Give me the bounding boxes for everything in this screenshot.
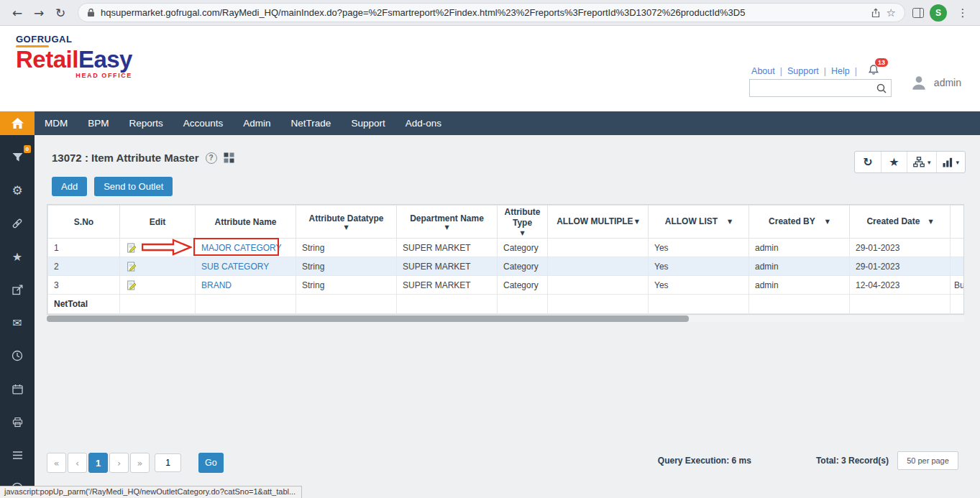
title-help-icon[interactable] xyxy=(206,152,217,164)
net-total-row: NetTotal xyxy=(48,295,965,314)
add-button[interactable]: Add xyxy=(52,177,87,196)
brand-tagline: HEAD OFFICE xyxy=(16,72,132,79)
share-export-icon[interactable] xyxy=(11,283,24,296)
share-icon[interactable] xyxy=(871,8,881,18)
nav-item-nettrade[interactable]: NetTrade xyxy=(281,111,342,135)
header-links: About Support Help 13 xyxy=(751,64,879,78)
sort-icon: ▼ xyxy=(635,219,639,225)
favorite-button[interactable]: ★ xyxy=(881,152,907,172)
query-execution-label: Query Execution: 6 ms xyxy=(658,456,751,466)
col-header-attribute-name[interactable]: Attribute Name xyxy=(196,206,296,239)
edit-icon[interactable] xyxy=(127,280,137,290)
sort-icon: ▼ xyxy=(928,219,933,225)
profile-avatar[interactable]: S xyxy=(930,4,947,22)
horizontal-scrollbar[interactable] xyxy=(47,315,964,322)
home-tab[interactable] xyxy=(0,111,35,135)
divider xyxy=(855,66,857,76)
link-icon[interactable] xyxy=(11,217,24,230)
search-input[interactable] xyxy=(754,83,876,93)
col-header-allow-list[interactable]: ALLOW LIST▼ xyxy=(649,206,749,239)
refresh-button[interactable]: ↻ xyxy=(855,152,881,172)
col-header-created-by[interactable]: Created BY▼ xyxy=(749,206,850,239)
col-header-created-date[interactable]: Created Date▼ xyxy=(850,206,951,239)
col-header-edit[interactable]: Edit xyxy=(120,206,196,239)
menu-list-icon[interactable] xyxy=(11,448,24,461)
bookmark-star-icon[interactable]: ☆ xyxy=(887,6,896,19)
hierarchy-icon xyxy=(913,157,925,167)
send-to-outlet-button[interactable]: Send to Outlet xyxy=(94,177,173,196)
nav-item-reports[interactable]: Reports xyxy=(119,111,173,135)
bar-chart-icon xyxy=(943,157,953,167)
nav-item-bpm[interactable]: BPM xyxy=(78,111,119,135)
last-page-button[interactable]: » xyxy=(130,453,150,473)
col-header-allow-multiple[interactable]: ALLOW MULTIPLE▼ xyxy=(548,206,649,239)
about-link[interactable]: About xyxy=(751,66,775,76)
nav-item-accounts[interactable]: Accounts xyxy=(173,111,234,135)
edit-icon[interactable] xyxy=(127,243,137,253)
support-link[interactable]: Support xyxy=(787,66,819,76)
sort-icon: ▼ xyxy=(825,219,830,225)
col-header-overflow xyxy=(951,206,965,239)
url-text[interactable]: hqsupermarket.gofrugal.com/RayMedi_HQ/ma… xyxy=(101,7,865,18)
sort-icon: ▼ xyxy=(520,231,524,236)
history-clock-icon[interactable] xyxy=(11,349,24,362)
browser-forward-icon[interactable]: → xyxy=(29,3,49,23)
go-button[interactable]: Go xyxy=(198,453,224,473)
next-page-button[interactable]: › xyxy=(109,453,129,473)
table-row: 2 SUB CATEGORY String SUPER MARKET Categ… xyxy=(48,257,965,276)
sort-icon: ▼ xyxy=(444,225,449,231)
filter-icon[interactable]: 0 xyxy=(11,151,24,164)
nav-item-admin[interactable]: Admin xyxy=(233,111,280,135)
page-1-button[interactable]: 1 xyxy=(88,453,108,473)
calendar-icon[interactable] xyxy=(11,382,24,395)
page-number-input[interactable] xyxy=(155,453,181,472)
notifications-bell-icon[interactable]: 13 xyxy=(868,64,879,78)
per-page-select[interactable]: 50 per page xyxy=(897,451,958,470)
attribute-name-link[interactable]: MAJOR CATEGORY xyxy=(201,243,282,253)
lock-icon[interactable] xyxy=(87,8,95,17)
help-link[interactable]: Help xyxy=(831,66,850,76)
browser-menu-icon[interactable]: ⋮ xyxy=(953,3,973,23)
browser-reload-icon[interactable]: ↻ xyxy=(50,3,70,23)
main-nav: MDM BPM Reports Accounts Admin NetTrade … xyxy=(0,111,980,135)
brand-logo[interactable]: GOFRUGAL RetailEasy HEAD OFFICE xyxy=(16,34,132,79)
col-header-attribute-type[interactable]: Attribute Type▼ xyxy=(498,206,548,239)
net-total-label: NetTotal xyxy=(48,295,120,314)
dashboard-grid-icon[interactable] xyxy=(224,152,234,163)
settings-gear-icon[interactable]: ⚙ xyxy=(11,184,24,197)
favorites-star-icon[interactable]: ★ xyxy=(11,250,24,263)
search-icon[interactable] xyxy=(876,83,887,93)
print-icon[interactable] xyxy=(11,415,24,428)
address-bar[interactable]: hqsupermarket.gofrugal.com/RayMedi_HQ/ma… xyxy=(78,3,905,22)
side-panel-icon[interactable] xyxy=(912,8,924,18)
attribute-name-link[interactable]: SUB CATEGORY xyxy=(201,262,269,272)
browser-back-icon[interactable]: ← xyxy=(7,3,27,23)
scrollbar-thumb[interactable] xyxy=(47,315,689,322)
hierarchy-view-button[interactable]: ▾ xyxy=(907,152,937,172)
divider xyxy=(780,66,782,76)
nav-item-addons[interactable]: Add-ons xyxy=(395,111,452,135)
col-header-department-name[interactable]: Department Name▼ xyxy=(397,206,498,239)
user-menu[interactable]: admin xyxy=(910,73,961,92)
home-icon xyxy=(12,118,24,129)
report-toolbar: ↻ ★ ▾ ▾ xyxy=(854,151,966,173)
col-header-sno[interactable]: S.No xyxy=(48,206,120,239)
edit-icon[interactable] xyxy=(127,262,137,272)
divider xyxy=(824,66,826,76)
attribute-name-link[interactable]: BRAND xyxy=(201,280,232,290)
notification-badge: 13 xyxy=(874,57,889,68)
prev-page-button[interactable]: ‹ xyxy=(68,453,87,473)
nav-item-mdm[interactable]: MDM xyxy=(35,111,78,135)
first-page-button[interactable]: « xyxy=(47,453,66,473)
col-header-attribute-datatype[interactable]: Attribute Datatype▼ xyxy=(296,206,397,239)
page-head: 13072 : Item Attribute Master xyxy=(52,152,234,164)
table-header-row: S.No Edit Attribute Name Attribute Datat… xyxy=(48,206,965,239)
mail-icon[interactable]: ✉ xyxy=(11,316,24,329)
brand-product: RetailEasy xyxy=(16,47,132,72)
table-row: 1 MAJOR CATEGORY String SUPER MARKET Cat… xyxy=(48,239,965,257)
filter-badge: 0 xyxy=(24,145,31,153)
sort-icon: ▼ xyxy=(344,225,348,231)
nav-item-support[interactable]: Support xyxy=(341,111,395,135)
report-table: S.No Edit Attribute Name Attribute Datat… xyxy=(47,205,964,314)
chart-view-button[interactable]: ▾ xyxy=(936,152,965,172)
